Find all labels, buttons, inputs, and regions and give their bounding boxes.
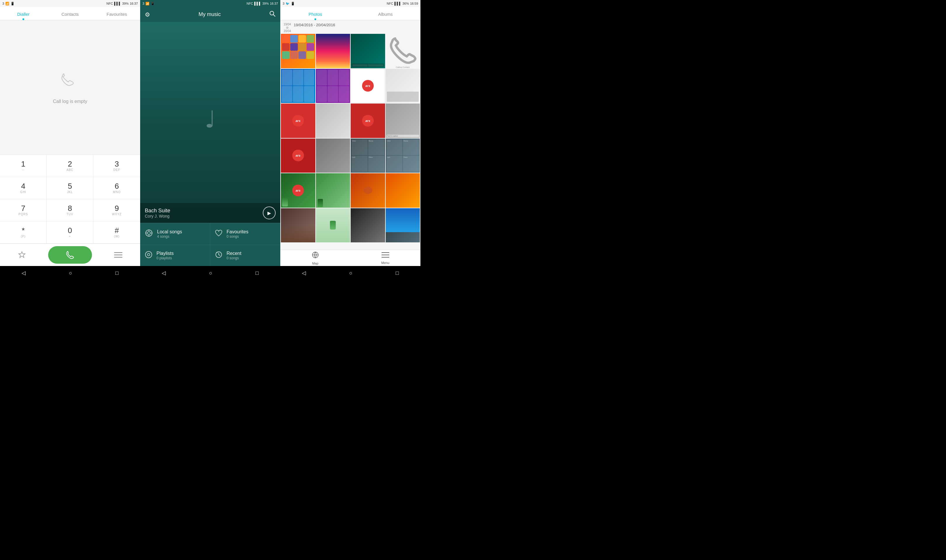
menu-btn[interactable] — [97, 248, 140, 262]
photo-call[interactable]: Calling Contact — [386, 34, 420, 68]
photo-city[interactable] — [386, 208, 420, 243]
photos-panel: 3 🐦 📱 NFC ▌▌▌ 36% 16:59 Photos Albums 19… — [280, 0, 420, 280]
local-songs-icon — [145, 229, 153, 239]
tab-contacts[interactable]: Contacts — [47, 7, 93, 20]
playlists-label: Playlists — [156, 251, 174, 256]
ars-badge-5: ars — [292, 185, 304, 196]
svg-point-13 — [147, 254, 150, 256]
photo-ars3[interactable]: ars — [351, 103, 385, 138]
nav-bar-music: ◁ ○ □ — [140, 266, 280, 280]
phone-icon-large — [59, 71, 82, 94]
photo-bw1[interactable] — [351, 208, 385, 243]
photo-room4[interactable] — [316, 138, 350, 173]
svg-line-5 — [273, 15, 275, 17]
tab-favourites-dialler[interactable]: Favourites — [93, 7, 140, 20]
music-title: My music — [150, 11, 269, 17]
photo-sunset[interactable] — [316, 34, 350, 68]
music-note-icon: ♩ — [205, 106, 216, 133]
time-photos: 16:59 — [410, 2, 418, 5]
map-icon — [312, 251, 319, 260]
search-icon-music[interactable] — [269, 11, 276, 18]
battery-photos: 36% — [402, 2, 409, 5]
key-2[interactable]: 2ABC — [47, 155, 93, 177]
back-btn-photos[interactable]: ◁ — [297, 268, 311, 278]
key-0[interactable]: 0+ — [47, 222, 93, 243]
song-title: Bach Suite — [145, 208, 170, 214]
local-songs-label: Local songs — [157, 229, 182, 234]
key-5[interactable]: 5JKL — [47, 177, 93, 199]
photo-bowl[interactable] — [281, 208, 315, 243]
photo-fruit1[interactable] — [351, 173, 385, 208]
favourites-music-item[interactable]: Favourites 0 songs — [210, 223, 280, 245]
photo-fruit2[interactable] — [386, 173, 420, 208]
settings-icon[interactable]: ⚙ — [145, 11, 150, 18]
photo-ui2[interactable]: Video Beauty Light Filters — [386, 138, 420, 173]
local-songs-item[interactable]: Local songs 4 songs — [140, 223, 210, 245]
map-button[interactable]: Map — [312, 251, 319, 265]
battery-music: 39% — [262, 2, 269, 5]
nfc-music: NFC — [247, 2, 253, 5]
photo-luigi3[interactable] — [316, 208, 350, 243]
tab-dialler[interactable]: Dialler — [0, 7, 47, 20]
sim-icon: 📶 — [5, 2, 9, 6]
menu-photos-button[interactable]: Menu — [381, 252, 389, 265]
photo-room1[interactable] — [386, 69, 420, 103]
photo-luigi2[interactable] — [316, 173, 350, 208]
key-6[interactable]: 6MNO — [93, 177, 140, 199]
photo-ars1[interactable]: ars — [351, 69, 385, 103]
status-left-photos: 3 🐦 📱 — [282, 2, 295, 6]
recent-label: Recent — [227, 251, 241, 256]
recents-btn-dialler[interactable]: □ — [111, 268, 123, 278]
photos-scroll[interactable]: 19/04 20/04 19/04/2016 - 20/04/2016 — [280, 20, 420, 250]
playlists-text: Playlists 0 playlists — [156, 251, 174, 260]
key-hash[interactable]: #(W) — [93, 222, 140, 243]
back-btn-music[interactable]: ◁ — [157, 268, 171, 278]
back-btn-dialler[interactable]: ◁ — [17, 268, 30, 278]
photo-room2[interactable] — [316, 103, 350, 138]
playlist-icon — [145, 251, 153, 260]
key-8[interactable]: 8TUV — [47, 199, 93, 222]
photo-apps2[interactable] — [281, 69, 315, 103]
photo-ui1[interactable]: Video Beauty Light Filters — [351, 138, 385, 173]
playlists-item[interactable]: Playlists 0 playlists — [140, 245, 210, 266]
key-9[interactable]: 9WXYZ — [93, 199, 140, 222]
dialpad: 1◦◦ 2ABC 3DEF 4GHI 5JKL 6MNO 7PQRS 8TUV … — [0, 155, 140, 266]
home-btn-photos[interactable]: ○ — [344, 268, 357, 278]
photo-ars4[interactable]: ars — [281, 138, 315, 173]
favourites-music-sub: 0 songs — [227, 234, 248, 238]
date2-label: 20/04 — [284, 29, 291, 33]
home-btn-music[interactable]: ○ — [204, 268, 217, 278]
recents-btn-music[interactable]: □ — [251, 268, 263, 278]
recent-sub: 0 songs — [227, 256, 241, 260]
key-4[interactable]: 4GHI — [0, 177, 47, 199]
favourites-btn[interactable] — [0, 247, 43, 263]
tab-albums[interactable]: Albums — [350, 7, 420, 20]
call-button[interactable] — [48, 246, 92, 264]
play-button[interactable]: ▶ — [263, 206, 276, 219]
photo-apps[interactable] — [281, 34, 315, 68]
now-playing-info: Bach Suite Cory J. Wong — [145, 208, 170, 218]
app-icon-1: 3 — [2, 2, 4, 5]
photo-ars2[interactable]: ars — [281, 103, 315, 138]
sim2-icon: 📱 — [11, 2, 15, 6]
nfc-label: NFC — [106, 2, 113, 5]
dialler-tab-bar: Dialler Contacts Favourites — [0, 7, 140, 20]
call-log-empty-text: Call log is empty — [53, 99, 87, 104]
key-1[interactable]: 1◦◦ — [0, 155, 47, 177]
recent-item[interactable]: Recent 0 songs — [210, 245, 280, 266]
photo-music-ss[interactable] — [351, 34, 385, 68]
photo-apps3[interactable] — [316, 69, 350, 103]
signal-photos: ▌▌▌ — [395, 2, 401, 5]
key-star[interactable]: *(P) — [0, 222, 47, 243]
svg-marker-0 — [19, 252, 25, 257]
recents-btn-photos[interactable]: □ — [391, 268, 403, 278]
photo-room3[interactable]: Touch to capture — [386, 103, 420, 138]
tab-photos[interactable]: Photos — [280, 7, 350, 20]
date-range-col: 19/04 20/04 — [283, 23, 292, 33]
date-range-text: 19/04/2016 - 20/04/2016 — [294, 23, 335, 27]
signal-music: ▌▌▌ — [254, 2, 261, 5]
photo-luigi1[interactable]: ars — [281, 173, 315, 208]
home-btn-dialler[interactable]: ○ — [64, 268, 77, 278]
key-7[interactable]: 7PQRS — [0, 199, 47, 222]
key-3[interactable]: 3DEF — [93, 155, 140, 177]
